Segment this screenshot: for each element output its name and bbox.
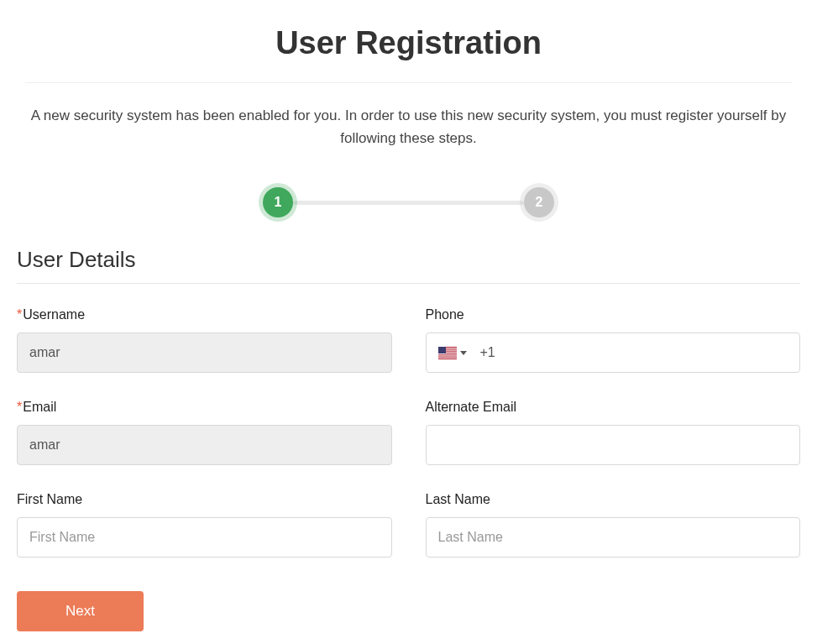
phone-wrapper bbox=[426, 332, 801, 373]
altemail-input[interactable] bbox=[426, 425, 801, 465]
title-divider bbox=[25, 82, 792, 83]
section-title: User Details bbox=[17, 247, 800, 273]
username-input[interactable] bbox=[17, 332, 392, 373]
username-group: Username bbox=[17, 307, 392, 373]
lastname-input[interactable] bbox=[426, 517, 801, 558]
email-input[interactable] bbox=[17, 425, 392, 465]
svg-rect-4 bbox=[438, 353, 457, 354]
altemail-label: Alternate Email bbox=[426, 400, 801, 415]
firstname-input[interactable] bbox=[17, 517, 392, 558]
firstname-label: First Name bbox=[17, 492, 392, 507]
page-subtitle: A new security system has been enabled f… bbox=[17, 104, 800, 149]
lastname-label: Last Name bbox=[426, 492, 801, 507]
next-button[interactable]: Next bbox=[17, 591, 144, 631]
email-group: Email bbox=[17, 400, 392, 465]
step-1: 1 bbox=[263, 187, 293, 217]
chevron-down-icon bbox=[460, 351, 467, 355]
svg-rect-6 bbox=[438, 358, 457, 359]
svg-rect-5 bbox=[438, 355, 457, 356]
form-grid: Username Phone bbox=[17, 307, 800, 558]
step-2: 2 bbox=[524, 187, 554, 217]
username-label: Username bbox=[17, 307, 392, 322]
lastname-group: Last Name bbox=[426, 492, 801, 558]
phone-group: Phone bbox=[426, 307, 801, 373]
phone-input[interactable] bbox=[472, 333, 793, 372]
us-flag-icon bbox=[438, 347, 457, 359]
altemail-group: Alternate Email bbox=[426, 400, 801, 465]
page-title: User Registration bbox=[17, 25, 800, 61]
step-line bbox=[293, 201, 524, 205]
phone-label: Phone bbox=[426, 307, 801, 322]
section-divider bbox=[17, 283, 800, 284]
progress-stepper: 1 2 bbox=[17, 187, 800, 217]
country-code-dropdown[interactable] bbox=[433, 347, 472, 359]
svg-rect-7 bbox=[438, 347, 446, 353]
firstname-group: First Name bbox=[17, 492, 392, 558]
email-label: Email bbox=[17, 400, 392, 415]
